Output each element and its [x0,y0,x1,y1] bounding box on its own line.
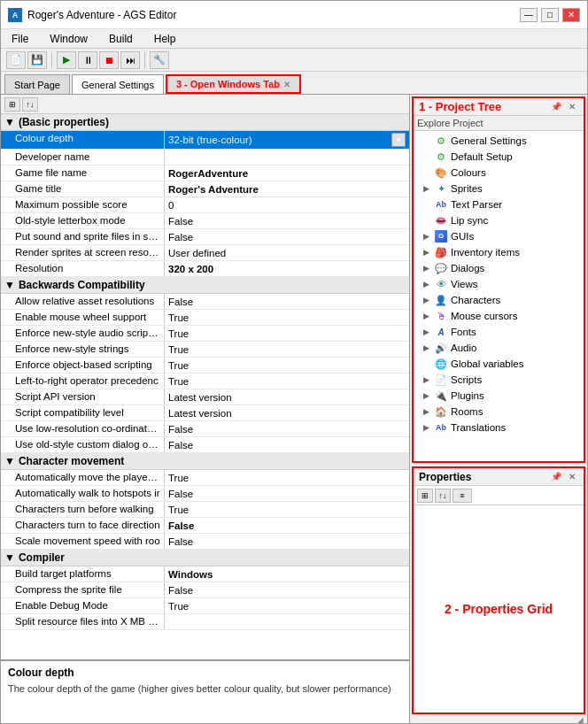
prop-script-api-value[interactable]: Latest version [165,389,409,404]
toolbar-pause[interactable]: ⏸ [78,51,97,69]
tree-item-fonts[interactable]: ▶ A Fonts [414,324,584,340]
prop-game-title-value[interactable]: Roger's Adventure [165,181,409,196]
prop-scale-movement[interactable]: Scale movement speed with roo False [1,534,409,550]
prop-char-turn-face[interactable]: Characters turn to face direction False [1,518,409,534]
properties-close[interactable]: ✕ [566,471,578,483]
tree-item-colours[interactable]: 🎨 Colours [414,165,584,181]
prop-sort-category[interactable]: ⊞ [4,97,20,112]
prop-rel-assets-value[interactable]: False [165,294,409,309]
prop-new-strings-value[interactable]: True [165,342,409,357]
prop-build-targets-value[interactable]: Windows [165,566,409,582]
tab-general-settings[interactable]: General Settings [72,74,164,94]
prop-mouse-wheel[interactable]: Enable mouse wheel support True [1,310,409,326]
prop-obj-script-value[interactable]: True [165,358,409,373]
prop-developer-name[interactable]: Developer name [1,150,409,166]
prop-grid-category-btn[interactable]: ⊞ [417,489,433,503]
prop-auto-walk-value[interactable]: False [165,486,409,501]
tree-item-sprites[interactable]: ▶ ✦ Sprites [414,181,584,196]
tab-open-windows-close[interactable]: ✕ [283,80,290,89]
prop-old-dialog[interactable]: Use old-style custom dialog optio False [1,437,409,453]
tree-item-translations[interactable]: ▶ Ab Translations [414,420,584,435]
prop-letterbox-value[interactable]: False [165,213,409,228]
prop-audio-script-value[interactable]: True [165,326,409,341]
prop-script-compat-value[interactable]: Latest version [165,405,409,420]
menu-window[interactable]: Window [46,32,91,46]
tree-item-guis[interactable]: ▶ G GUIs [414,228,584,244]
prop-auto-move-value[interactable]: True [165,470,409,485]
tree-item-text-parser[interactable]: Ab Text Parser [414,196,584,212]
prop-auto-walk[interactable]: Automatically walk to hotspots ir False [1,486,409,502]
prop-obj-script[interactable]: Enforce object-based scripting True [1,358,409,374]
prop-sort-alpha[interactable]: ↑↓ [22,97,38,112]
prop-sound-sprite[interactable]: Put sound and sprite files in sour False [1,229,409,245]
project-tree-pin[interactable]: 📌 [550,101,562,113]
tree-item-characters[interactable]: ▶ 👤 Characters [414,292,584,308]
prop-game-title[interactable]: Game title Roger's Adventure [1,181,409,197]
prop-max-score[interactable]: Maximum possible score 0 [1,197,409,213]
maximize-button[interactable]: □ [541,8,559,22]
tree-item-lip-sync[interactable]: 👄 Lip sync [414,212,584,228]
prop-lo-res-coords-value[interactable]: False [165,421,409,436]
tree-item-inventory[interactable]: ▶ 🎒 Inventory items [414,244,584,260]
prop-game-file-name[interactable]: Game file name RogerAdventure [1,166,409,181]
prop-script-api[interactable]: Script API version Latest version [1,389,409,405]
tree-item-audio[interactable]: ▶ 🔊 Audio [414,340,584,356]
prop-developer-name-value[interactable] [165,150,409,165]
prop-ltr-op[interactable]: Left-to-right operator precedenc True [1,374,409,389]
tree-item-general-settings[interactable]: ⚙ General Settings [414,133,584,149]
toolbar-run[interactable]: ▶ [57,51,76,69]
prop-mouse-wheel-value[interactable]: True [165,310,409,325]
group-compiler[interactable]: ▼ Compiler [1,550,409,566]
toolbar-step[interactable]: ⏭ [120,51,140,69]
prop-grid-alpha-btn[interactable]: ↑↓ [435,489,451,503]
prop-old-dialog-value[interactable]: False [165,437,409,452]
tree-item-default-setup[interactable]: ⚙ Default Setup [414,149,584,165]
prop-game-file-name-value[interactable]: RogerAdventure [165,166,409,181]
prop-build-targets[interactable]: Build target platforms Windows [1,566,409,582]
menu-help[interactable]: Help [151,32,180,46]
tab-open-windows[interactable]: 3 - Open Windows Tab ✕ [166,74,301,94]
tree-item-mouse-cursors[interactable]: ▶ 🖱 Mouse cursors [414,308,584,324]
prop-scale-movement-value[interactable]: False [165,534,409,549]
tree-item-rooms[interactable]: ▶ 🏠 Rooms [414,404,584,420]
prop-split-resource-value[interactable] [165,614,409,629]
group-basic-props[interactable]: ▼ (Basic properties) [1,114,409,131]
prop-colour-depth-value[interactable]: 32-bit (true-colour) ▼ [165,131,409,149]
tree-item-dialogs[interactable]: ▶ 💬 Dialogs [414,260,584,276]
group-char-movement[interactable]: ▼ Character movement [1,453,409,470]
prop-ltr-op-value[interactable]: True [165,374,409,389]
tab-start-page[interactable]: Start Page [4,74,70,94]
prop-compress-sprite-value[interactable]: False [165,582,409,597]
project-tree-close[interactable]: ✕ [566,101,578,113]
prop-resolution-value[interactable]: 320 x 200 [165,261,409,276]
menu-file[interactable]: File [8,32,32,46]
toolbar-settings[interactable]: 🔧 [150,51,169,69]
prop-max-score-value[interactable]: 0 [165,197,409,212]
tree-item-views[interactable]: ▶ 👁 Views [414,276,584,292]
prop-debug-mode[interactable]: Enable Debug Mode True [1,598,409,614]
bottom-resize[interactable]: ◢ [410,716,587,723]
prop-char-turn-face-value[interactable]: False [165,518,409,533]
tree-item-plugins[interactable]: ▶ 🔌 Plugins [414,388,584,404]
toolbar-stop[interactable]: ⏹ [99,51,119,69]
minimize-button[interactable]: — [520,8,538,22]
prop-sound-sprite-value[interactable]: False [165,229,409,244]
prop-char-turn-walk[interactable]: Characters turn before walking True [1,502,409,518]
prop-rel-assets[interactable]: Allow relative asset resolutions False [1,294,409,310]
prop-script-compat[interactable]: Script compatibility level Latest versio… [1,405,409,421]
prop-auto-move[interactable]: Automatically move the player in True [1,470,409,486]
toolbar-new[interactable]: 📄 [6,51,26,69]
prop-new-strings[interactable]: Enforce new-style strings True [1,342,409,358]
prop-render-sprites[interactable]: Render sprites at screen resoluti User d… [1,245,409,261]
prop-debug-mode-value[interactable]: True [165,598,409,613]
prop-audio-script[interactable]: Enforce new-style audio scripting True [1,326,409,342]
toolbar-save[interactable]: 💾 [27,51,47,69]
menu-build[interactable]: Build [105,32,136,46]
prop-dropdown-btn[interactable]: ▼ [391,133,406,147]
prop-resolution[interactable]: Resolution 320 x 200 [1,261,409,277]
tree-item-global-vars[interactable]: 🌐 Global variables [414,356,584,372]
prop-colour-depth[interactable]: Colour depth 32-bit (true-colour) ▼ [1,131,409,150]
prop-render-sprites-value[interactable]: User defined [165,245,409,260]
prop-lo-res-coords[interactable]: Use low-resolution co-ordinates ir False [1,421,409,437]
close-button[interactable]: ✕ [562,8,580,22]
